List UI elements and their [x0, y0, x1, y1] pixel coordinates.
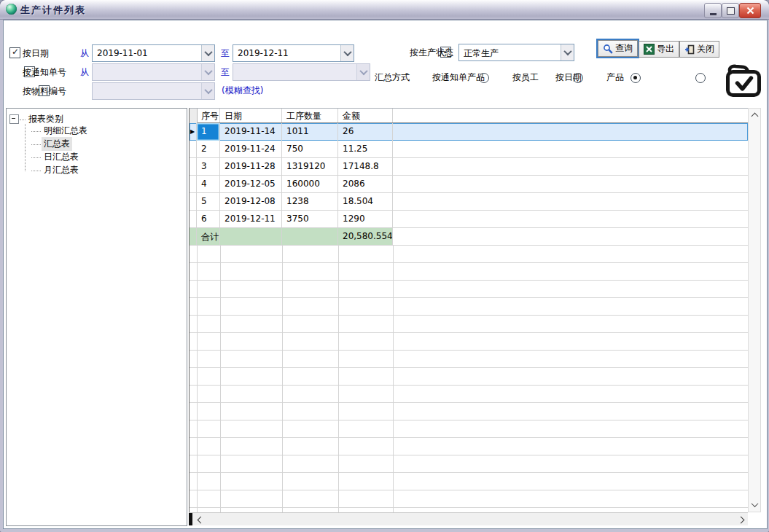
cell-seq[interactable]: 4 — [197, 176, 220, 193]
row-indicator — [190, 158, 197, 176]
row-indicator-icon: ▶ — [190, 123, 197, 141]
report-type-tree: 报表类别 明细汇总表 汇总表 日汇总表 月汇总表 — [6, 108, 187, 526]
cell-amount[interactable]: 11.25 — [338, 141, 393, 158]
from-label-date: 从 — [80, 47, 89, 60]
tree-item-label[interactable]: 汇总表 — [42, 137, 72, 151]
title-bar: 生产计件列表 — [0, 0, 769, 20]
maximize-icon — [727, 7, 735, 15]
radio-by-date-label[interactable]: 按日期 — [555, 71, 582, 84]
cell-amount[interactable]: 2086 — [338, 176, 393, 193]
cell-seq[interactable]: 5 — [197, 193, 220, 211]
cell-qty[interactable]: 1011 — [282, 123, 338, 141]
search-icon — [603, 44, 613, 54]
grid-row[interactable]: 6 2019-12-11 3750 1290 — [190, 211, 748, 228]
tree-item-label[interactable]: 月汇总表 — [42, 163, 81, 177]
chevron-down-icon — [201, 64, 214, 80]
maximize-button[interactable] — [722, 3, 739, 18]
cell-filler — [393, 211, 748, 228]
radio-by-date[interactable] — [631, 73, 641, 83]
scroll-right-icon[interactable] — [735, 514, 746, 525]
row-indicator — [190, 211, 197, 228]
cell-date[interactable]: 2019-11-24 — [220, 141, 282, 158]
by-material-label: 按物料编号 — [23, 85, 66, 98]
radio-by-product[interactable] — [695, 73, 706, 83]
cell-qty[interactable]: 3750 — [282, 211, 338, 228]
grid-row-selected[interactable]: ▶ 1 2019-11-14 1011 26 — [190, 123, 748, 141]
date-from-combobox[interactable]: 2019-11-01 — [92, 44, 215, 62]
grid-row[interactable]: 2 2019-11-24 750 11.25 — [190, 141, 748, 158]
radio-by-notice-product-label[interactable]: 按通知单产品 — [432, 71, 485, 84]
notice-to-combobox[interactable] — [233, 63, 370, 81]
tree-item-summary[interactable]: 汇总表 — [31, 138, 72, 150]
chevron-down-icon[interactable] — [201, 45, 214, 61]
tree-item-label[interactable]: 日汇总表 — [42, 150, 81, 164]
by-date-label: 按日期 — [23, 47, 49, 60]
grid-row[interactable]: 5 2019-12-08 1238 18.504 — [190, 193, 748, 211]
grid-row[interactable]: 3 2019-11-28 1319120 17148.8 — [190, 158, 748, 176]
export-button[interactable]: 导出 — [639, 41, 679, 58]
date-from-value: 2019-11-01 — [97, 48, 148, 58]
by-date-checkbox[interactable]: ✓ — [9, 47, 20, 58]
vertical-scrollbar[interactable] — [748, 108, 761, 512]
chevron-down-icon[interactable] — [340, 45, 354, 61]
scrollbar-thumb[interactable] — [189, 513, 192, 525]
tree-item-detail-summary[interactable]: 明细汇总表 — [31, 125, 90, 137]
cell-amount[interactable]: 17148.8 — [338, 158, 393, 176]
to-label-date: 至 — [221, 47, 230, 60]
close-button[interactable] — [739, 3, 761, 18]
cell-date[interactable]: 2019-11-28 — [220, 158, 282, 176]
by-notice-label: 按通知单号 — [23, 66, 66, 79]
cell-filler — [393, 193, 748, 211]
column-header-seq[interactable]: 序号 — [197, 109, 220, 122]
query-button-label: 查询 — [615, 42, 633, 55]
tree-item-daily-summary[interactable]: 日汇总表 — [31, 151, 81, 163]
horizontal-scrollbar[interactable] — [189, 512, 748, 525]
radio-by-employee-label[interactable]: 按员工 — [512, 71, 539, 84]
cell-date[interactable]: 2019-11-14 — [220, 123, 282, 141]
total-empty-cell — [220, 228, 282, 246]
grid-row[interactable]: 4 2019-12-05 160000 2086 — [190, 176, 748, 193]
cell-seq[interactable]: 6 — [197, 211, 220, 228]
status-value: 正常生产 — [464, 47, 499, 60]
cell-seq[interactable]: 2 — [197, 141, 220, 158]
close-button-label: 关闭 — [697, 43, 714, 55]
radio-by-product-label[interactable]: 产品 — [606, 71, 624, 84]
results-grid: 序号 日期 工序数量 金额 ▶ 1 2019-11-14 1011 26 2 2… — [189, 108, 748, 512]
close-window-button[interactable]: 关闭 — [679, 41, 719, 58]
cell-qty[interactable]: 160000 — [282, 176, 338, 193]
material-combobox[interactable] — [92, 82, 215, 100]
query-button[interactable]: 查询 — [598, 40, 638, 57]
tree-connector-line — [25, 124, 26, 171]
cell-seq[interactable]: 3 — [197, 158, 220, 176]
exit-door-icon — [684, 44, 695, 55]
column-header-filler — [393, 109, 748, 122]
tree-item-monthly-summary[interactable]: 月汇总表 — [31, 164, 81, 176]
cell-amount[interactable]: 18.504 — [338, 193, 393, 211]
cell-qty[interactable]: 1319120 — [282, 158, 338, 176]
cell-date[interactable]: 2019-12-08 — [220, 193, 282, 211]
cell-seq[interactable]: 1 — [197, 123, 220, 141]
date-to-combobox[interactable]: 2019-12-11 — [233, 44, 354, 62]
cell-amount[interactable]: 26 — [338, 123, 393, 141]
grid-gridline — [393, 246, 394, 512]
cell-qty[interactable]: 750 — [282, 141, 338, 158]
cell-amount[interactable]: 1290 — [338, 211, 393, 228]
notice-from-combobox[interactable] — [92, 63, 215, 81]
collapse-icon[interactable] — [9, 114, 19, 124]
chevron-down-icon[interactable] — [561, 44, 574, 60]
cell-qty[interactable]: 1238 — [282, 193, 338, 211]
row-indicator — [190, 176, 197, 193]
status-combobox[interactable]: 正常生产 — [458, 44, 574, 61]
tree-connector — [31, 144, 41, 145]
column-header-qty[interactable]: 工序数量 — [282, 109, 338, 122]
scroll-left-icon[interactable] — [195, 514, 206, 525]
cell-date[interactable]: 2019-12-05 — [220, 176, 282, 193]
column-header-date[interactable]: 日期 — [220, 109, 282, 122]
scroll-down-icon[interactable] — [749, 498, 760, 510]
scroll-up-icon[interactable] — [749, 110, 760, 122]
to-label-notice: 至 — [221, 66, 230, 79]
column-header-amount[interactable]: 金额 — [338, 109, 393, 122]
cell-date[interactable]: 2019-12-11 — [220, 211, 282, 228]
minimize-button[interactable] — [704, 3, 722, 18]
tree-item-label[interactable]: 明细汇总表 — [42, 124, 90, 138]
